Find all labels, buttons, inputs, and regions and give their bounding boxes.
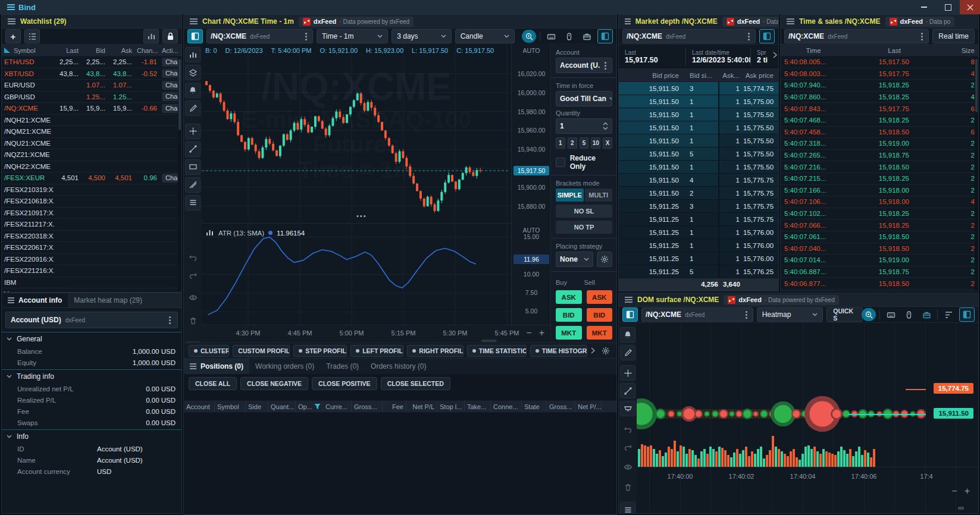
undo-icon[interactable]	[185, 249, 201, 265]
reduce-only-checkbox[interactable]	[556, 158, 565, 167]
ts-row[interactable]: 5:40:07.040...15,918.502	[781, 243, 978, 255]
ts-row[interactable]: 5:40:06.877...15,918.502	[781, 278, 978, 290]
qty-quick-button[interactable]: 5	[580, 137, 589, 149]
watchlist-row[interactable]: XBT/USD43,8...43,8...43,8...-0.52Chart	[2, 68, 181, 80]
watchlist-row[interactable]: /NQZ21:XCME	[2, 149, 181, 161]
panel-menu-icon[interactable]	[625, 299, 633, 300]
depth-row[interactable]: 15,911.501115,775.50	[619, 161, 778, 174]
ts-row[interactable]: 5:40:08.005...15,917.508	[781, 56, 978, 68]
panel-menu-icon[interactable]	[787, 21, 794, 22]
resize-handle[interactable]	[958, 507, 964, 510]
depth-row[interactable]: 15,911.501115,775.00	[619, 95, 778, 108]
positions-column-header[interactable]: State	[522, 401, 547, 412]
positions-column-header[interactable]: Conne...	[491, 401, 522, 412]
pane-resize-handle[interactable]: •••	[356, 212, 367, 219]
profile-button-time-statistics[interactable]: TIME STATISTICS	[467, 345, 527, 357]
more-options-icon[interactable]	[746, 314, 747, 316]
watchlist-row[interactable]: ETH/USD2,25...2,25...2,25...-1.81Chart	[2, 56, 181, 68]
mouse-trading-icon[interactable]	[901, 308, 916, 321]
ts-row[interactable]: 5:40:07.215...15,918.252	[781, 173, 978, 185]
draw-pencil-icon[interactable]	[620, 345, 635, 360]
redo-icon[interactable]	[620, 439, 635, 454]
depth-row[interactable]: 15,911.501115,775.50	[619, 134, 778, 147]
profile-button-step-profile[interactable]: STEP PROFILE	[293, 345, 347, 357]
objects-menu-icon[interactable]	[620, 502, 635, 514]
qty-quick-button[interactable]: 2	[568, 137, 577, 149]
realtime-mode-button[interactable]: Real time	[932, 29, 975, 43]
trend-line-icon[interactable]	[185, 142, 201, 157]
ts-row[interactable]: 5:40:08.003...15,917.754	[781, 68, 978, 80]
brush-tool-icon[interactable]	[185, 177, 201, 193]
dom-symbol-input[interactable]: /NQ:XCME dxFeed	[641, 307, 753, 322]
no-tp-button[interactable]: NO TP	[556, 221, 612, 234]
redo-icon[interactable]	[185, 267, 201, 282]
close-negative-button[interactable]: CLOSE NEGATIVE	[240, 377, 308, 390]
filter-icon[interactable]	[314, 403, 321, 410]
zoom-out-button[interactable]: −	[951, 486, 957, 497]
profile-button-right-profile[interactable]: RIGHT PROFILE	[407, 345, 463, 357]
dom-mode-dropdown[interactable]: Heatmap	[757, 307, 824, 322]
ts-row[interactable]: 5:40:07.166...15,918.002	[781, 185, 978, 197]
tab-positions-[interactable]: Positions (0)	[184, 359, 249, 374]
more-options-icon[interactable]	[605, 65, 606, 67]
sell-ask-button[interactable]: ASK	[587, 290, 613, 304]
depth-row[interactable]: 15,911.503115,774.75	[619, 82, 778, 95]
section-header[interactable]: Trading info	[2, 369, 181, 383]
ts-scrollbar[interactable]	[975, 58, 978, 291]
qty-quick-button[interactable]: 1	[556, 137, 565, 149]
undo-icon[interactable]	[620, 421, 635, 437]
add-symbol-button[interactable]: +	[5, 29, 21, 43]
positions-column-header[interactable]: Net P/L	[406, 401, 437, 412]
watchlist-row[interactable]: /FESX211217:X...	[2, 219, 181, 231]
profile-button-left-profile[interactable]: LEFT PROFILE	[350, 345, 403, 357]
positions-column-header[interactable]: Op...	[296, 401, 323, 412]
draw-pencil-icon[interactable]	[185, 101, 201, 116]
layers-icon[interactable]	[185, 65, 201, 80]
zoom-in-button[interactable]: +	[539, 328, 544, 338]
positions-column-header[interactable]: Account	[184, 401, 215, 412]
chevron-right-icon[interactable]	[591, 347, 595, 354]
ts-row[interactable]: 5:40:07.102...15,918.252	[781, 208, 978, 220]
watchlist-row[interactable]: /NQ:XCME15,9...15,9...15,9...-0.66Chart	[2, 103, 181, 115]
panel-menu-icon[interactable]	[8, 21, 15, 22]
list-settings-icon[interactable]	[24, 29, 40, 43]
trend-line-icon[interactable]	[620, 383, 635, 398]
price-chart-pane[interactable]: /NQ:XCME E-mini NASDAQ-100 Futures Time …	[202, 43, 511, 219]
mouse-trading-icon[interactable]	[562, 30, 576, 43]
watchlist-scrollbar[interactable]	[178, 58, 181, 292]
indicators-icon[interactable]	[185, 47, 201, 62]
watchlist-row[interactable]: /NQU21:XCME	[2, 138, 181, 150]
positions-column-header[interactable]: Gross...	[352, 401, 383, 412]
more-options-icon[interactable]	[748, 36, 750, 37]
depth-row[interactable]: 15,911.251115,776.00	[619, 226, 778, 239]
gear-icon[interactable]	[599, 344, 613, 357]
h-scrollbar-thumb[interactable]	[481, 340, 497, 342]
positions-column-header[interactable]: Take...	[465, 401, 491, 412]
tab-orders-history-[interactable]: Orders history (0)	[365, 359, 432, 374]
magnifier-icon[interactable]	[522, 30, 536, 43]
chart-symbol-input[interactable]: /NQ:XCME dxFeed	[206, 29, 313, 43]
close-positive-button[interactable]: CLOSE POSITIVE	[312, 377, 377, 390]
profile-button-time-histogra[interactable]: TIME HISTOGRA	[530, 345, 587, 357]
ts-symbol-input[interactable]: /NQ:XCME dxFeed	[784, 29, 929, 43]
depth-header[interactable]: Bid price Bid si... Ask... Ask price	[619, 69, 778, 82]
watchlist-row[interactable]: /FESX220318:X...	[2, 231, 181, 243]
depth-row[interactable]: 15,911.505115,775.50	[619, 147, 778, 161]
watchlist-row[interactable]: /NQH21:XCME	[2, 115, 181, 127]
brackets-multi-button[interactable]: MULTI	[585, 189, 613, 202]
orders-icon[interactable]	[580, 30, 594, 43]
minimize-button[interactable]	[912, 0, 936, 14]
ts-header[interactable]: Time Last Size	[781, 45, 978, 56]
positions-column-header[interactable]: Side	[246, 401, 268, 412]
alert-bell-icon[interactable]	[185, 83, 201, 98]
watchlist-row[interactable]: EUR/USD1.07...1.07...Chart	[2, 80, 181, 92]
tab-market-heat-map[interactable]: Market heat map (29)	[68, 293, 148, 307]
panel-split-icon[interactable]	[597, 29, 613, 43]
watchlist-row[interactable]: /FESX210319:X...	[2, 184, 181, 196]
no-sl-button[interactable]: NO SL	[556, 205, 612, 218]
panel-menu-icon[interactable]	[190, 366, 196, 367]
visibility-eye-icon[interactable]	[185, 290, 201, 306]
more-options-icon[interactable]	[921, 36, 923, 37]
watchlist-row[interactable]: /NQH22:XCME	[2, 161, 181, 173]
rectangle-tool-icon[interactable]	[185, 159, 201, 175]
